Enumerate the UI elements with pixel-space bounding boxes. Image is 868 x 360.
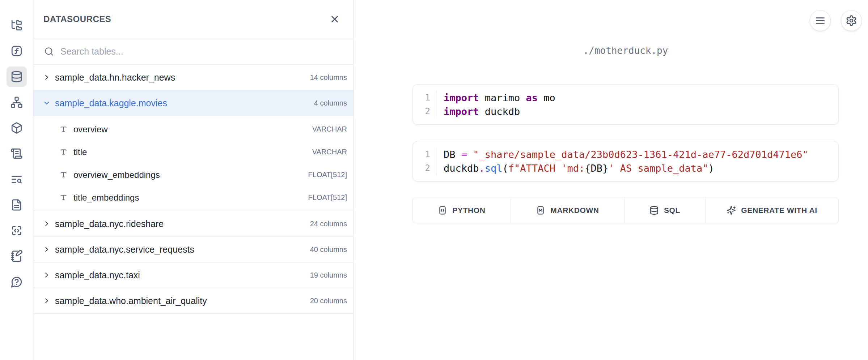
code-line: 2import duckdb [413,104,838,118]
chevron-right-icon [43,297,51,305]
rail-button-document[interactable] [7,195,27,215]
table-name: sample_data.kaggle.movies [55,98,314,108]
line-number: 1 [413,93,436,103]
menu-icon [814,15,826,26]
notebook-cells: 1import marimo as mo2import duckdb1DB = … [412,84,839,181]
code-box-icon [438,206,447,215]
package-box-icon [10,122,23,134]
rail-button-scroll-text[interactable] [7,143,27,164]
settings-button[interactable] [841,10,862,31]
search-icon [44,47,54,56]
close-icon [329,14,340,25]
column-type: FLOAT[512] [308,171,347,179]
notebook-area: ./motherduck.py 1import marimo as mo2imp… [354,0,868,360]
datasources-panel: DATASOURCES sample_data.hn.hacker_news14… [33,0,354,360]
table-column-count: 19 columns [310,271,347,279]
column-row[interactable]: overview_embeddingsFLOAT[512] [33,163,353,186]
search-row [33,38,353,65]
rail-button-notebook-pen[interactable] [7,246,27,266]
notebook-filename: ./motherduck.py [412,45,839,56]
chevron-down-icon [43,99,51,107]
add-cell-markdown-button[interactable]: MARKDOWN [511,198,624,223]
rail-button-list-search[interactable] [7,169,27,189]
rail-button-code-snippet[interactable] [7,220,27,241]
type-text-icon [60,125,67,133]
table-row[interactable]: sample_data.kaggle.movies4 columns [33,90,353,116]
table-row[interactable]: sample_data.nyc.rideshare24 columns [33,211,353,237]
document-icon [10,199,23,211]
table-column-count: 20 columns [310,297,347,305]
rail-button-function-square[interactable] [7,41,27,61]
top-actions [810,10,862,31]
column-type: VARCHAR [312,125,347,133]
rail-button-network[interactable] [7,92,27,112]
database-icon [649,206,659,215]
panel-title: DATASOURCES [43,14,111,24]
type-text-icon [60,171,67,179]
table-row[interactable]: sample_data.nyc.service_requests40 colum… [33,237,353,262]
menu-button[interactable] [810,10,831,31]
add-cell-generate-with-ai-button[interactable]: GENERATE WITH AI [706,198,838,223]
search-icon [44,47,54,56]
code-cell[interactable]: 1import marimo as mo2import duckdb [412,84,839,125]
table-name: sample_data.hn.hacker_news [55,72,310,83]
add-cell-sql-button[interactable]: SQL [624,198,706,223]
table-column-count: 24 columns [310,220,347,228]
code-snippet-icon [10,224,23,237]
column-name: title_embeddings [73,193,308,203]
type-text-icon [60,148,67,156]
table-name: sample_data.nyc.rideshare [55,219,310,229]
table-column-count: 40 columns [310,245,347,254]
chevron-right-icon [43,73,51,81]
column-row[interactable]: title_embeddingsFLOAT[512] [33,186,353,209]
search-tables-input[interactable] [60,46,343,57]
chevron-right-icon [43,271,51,279]
table-row[interactable]: sample_data.nyc.taxi19 columns [33,262,353,288]
table-name: sample_data.who.ambient_air_quality [55,296,310,306]
network-icon [10,96,23,108]
table-columns-group: overviewVARCHARtitleVARCHARoverview_embe… [33,116,353,211]
line-number: 2 [413,106,436,116]
datasources-panel-header: DATASOURCES [33,0,353,38]
table-row[interactable]: sample_data.who.ambient_air_quality20 co… [33,288,353,314]
add-cell-label: MARKDOWN [550,206,599,215]
column-row[interactable]: overviewVARCHAR [33,118,353,141]
table-column-count: 14 columns [310,73,347,82]
rail-button-file-tree[interactable] [7,15,27,35]
code-text: import duckdb [436,104,520,118]
add-cell-label: PYTHON [452,206,485,215]
code-cell[interactable]: 1DB = "_share/sample_data/23b0d623-1361-… [412,141,839,181]
tables-list: sample_data.hn.hacker_news14 columnssamp… [33,65,353,360]
rail-button-help-chat[interactable] [7,272,27,292]
helper-panel-rail [0,0,33,360]
code-text: duckdb.sql(f"ATTACH 'md:{DB}' AS sample_… [436,161,714,175]
add-cell-label: GENERATE WITH AI [741,206,817,215]
column-name: overview_embeddings [73,170,308,180]
type-text-icon [60,194,67,201]
sparkles-icon [727,206,736,215]
notebook-pen-icon [10,250,23,262]
column-row[interactable]: titleVARCHAR [33,141,353,163]
column-type: FLOAT[512] [308,193,347,202]
rail-button-package-box[interactable] [7,118,27,138]
code-text: import marimo as mo [436,91,555,104]
code-line: 2duckdb.sql(f"ATTACH 'md:{DB}' AS sample… [413,161,838,175]
function-square-icon [10,45,23,57]
chevron-right-icon [43,245,51,253]
chevron-right-icon [43,220,51,228]
line-number: 1 [413,149,436,159]
database-icon [10,70,23,83]
line-number: 2 [413,163,436,173]
table-name: sample_data.nyc.taxi [55,270,310,280]
markdown-box-icon [536,206,545,215]
table-name: sample_data.nyc.service_requests [55,244,310,255]
code-line: 1import marimo as mo [413,91,838,104]
scroll-text-icon [10,147,23,160]
table-column-count: 4 columns [314,99,347,107]
gear-icon [846,15,857,26]
rail-button-database[interactable] [7,67,27,87]
add-cell-python-button[interactable]: PYTHON [413,198,511,223]
close-panel-button[interactable] [327,11,343,27]
table-row[interactable]: sample_data.hn.hacker_news14 columns [33,65,353,90]
column-name: title [73,147,312,157]
